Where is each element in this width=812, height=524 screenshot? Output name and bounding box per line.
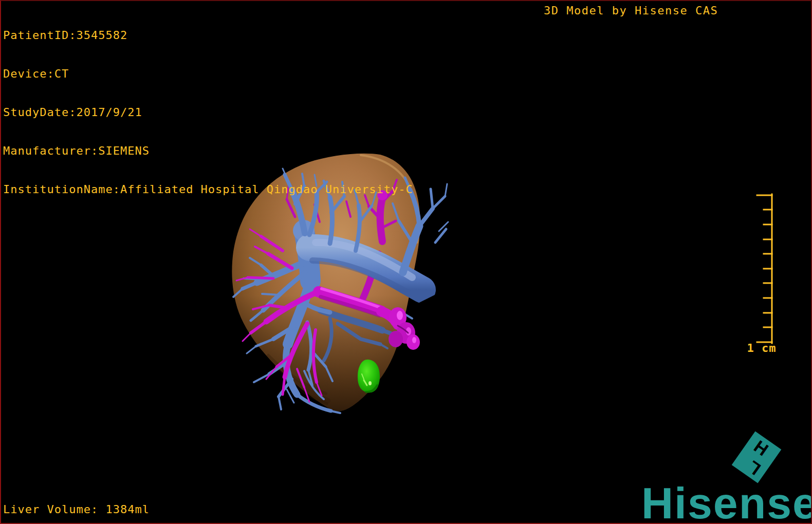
institution-line: InstitutionName:Affiliated Hospital Qing… bbox=[3, 183, 413, 196]
patient-info: PatientID:3545582 Device:CT StudyDate:20… bbox=[3, 3, 413, 221]
monogram-l: L bbox=[745, 458, 764, 478]
scale-label: 1 cm bbox=[743, 342, 780, 354]
watermark-title: 3D Model by Hisense CAS bbox=[544, 4, 718, 17]
manufacturer-line: Manufacturer:SIEMENS bbox=[3, 144, 413, 157]
gallbladder-mesh bbox=[358, 360, 380, 392]
monogram-h: H bbox=[751, 437, 771, 459]
patient-id-line: PatientID:3545582 bbox=[3, 29, 413, 42]
viewer-screen: PatientID:3545582 Device:CT StudyDate:20… bbox=[0, 0, 812, 524]
device-line: Device:CT bbox=[3, 67, 413, 80]
liver-volume-label: Liver Volume: 1384ml bbox=[3, 503, 150, 516]
study-date-line: StudyDate:2017/9/21 bbox=[3, 106, 413, 119]
hisense-wordmark: Hisense bbox=[641, 481, 812, 524]
scale-ruler bbox=[757, 194, 772, 343]
